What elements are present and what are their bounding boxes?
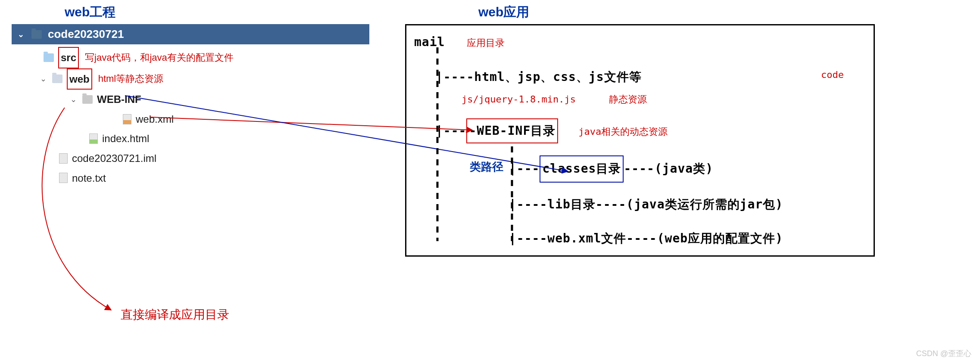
iml-row[interactable]: code20230721.iml [12, 149, 369, 168]
iml-label: code20230721.iml [72, 149, 156, 168]
src-note: 写java代码，和java有关的配置文件 [85, 49, 234, 67]
webxml-line: |----web.xml文件----(web应用的配置文件) [414, 227, 866, 251]
webxml-row[interactable]: web.xml [12, 109, 369, 129]
folder-icon [52, 74, 62, 83]
web-note: html等静态资源 [98, 70, 164, 88]
indexhtml-label: index.html [102, 129, 149, 149]
indexhtml-row[interactable]: index.html [12, 129, 369, 149]
webinf-row[interactable]: ⌄ WEB-INF [0, 90, 369, 109]
webxml-label: web.xml [136, 109, 174, 129]
watermark: CSDN @歪歪心 [916, 348, 971, 359]
folder-icon [82, 95, 93, 104]
folder-icon [44, 53, 54, 62]
project-name: code20230721 [48, 28, 124, 41]
static-note-2: 静态资源 [609, 94, 647, 105]
file-icon [59, 173, 68, 183]
compile-note: 直接编译成应用目录 [121, 307, 229, 323]
html-file-icon [89, 133, 98, 144]
classes-prefix: |--- [509, 161, 540, 176]
web-row[interactable]: ⌄ web html等静态资源 [0, 68, 369, 90]
classes-suffix: ----(java类) [624, 161, 713, 176]
web-label: web [67, 68, 92, 90]
mail-label: mail [414, 35, 445, 49]
webinf-box: -WEB-INF目录 [466, 118, 558, 144]
lib-line: |----lib目录----(java类运行所需的jar包) [414, 193, 866, 217]
file-icon [59, 153, 68, 164]
directory-structure-panel: mail 应用目录 code |----html、jsp、css、js文件等 j… [405, 24, 875, 257]
label-web-project: web工程 [65, 3, 115, 21]
project-root-row[interactable]: ⌄ code20230721 [12, 24, 369, 44]
notetxt-label: note.txt [72, 168, 106, 188]
static-note-1: js/jquery-1.8.min.js [462, 94, 576, 105]
tree-body: src 写java代码，和java有关的配置文件 ⌄ web html等静态资源… [12, 44, 369, 196]
notetxt-row[interactable]: note.txt [12, 168, 369, 188]
label-web-app: web应用 [478, 3, 529, 21]
project-icon [31, 30, 42, 39]
src-row[interactable]: src 写java代码，和java有关的配置文件 [12, 47, 369, 68]
classes-box: classes目录 [540, 155, 624, 183]
classpath-label: 类路径 [470, 159, 503, 174]
chevron-down-icon: ⌄ [70, 92, 78, 107]
static-line: |----html、jsp、css、js文件等 [436, 70, 642, 84]
project-tree-panel: ⌄ code20230721 src 写java代码，和java有关的配置文件 … [12, 24, 369, 196]
appdir-note: 应用目录 [467, 37, 505, 48]
webinf-prefix: |--- [436, 124, 466, 138]
webinf-note: java相关的动态资源 [578, 126, 668, 137]
chevron-down-icon: ⌄ [40, 71, 48, 86]
src-label: src [58, 47, 79, 68]
webinf-label: WEB-INF [97, 90, 141, 109]
xml-file-icon [123, 114, 131, 124]
chevron-down-icon: ⌄ [18, 30, 25, 39]
